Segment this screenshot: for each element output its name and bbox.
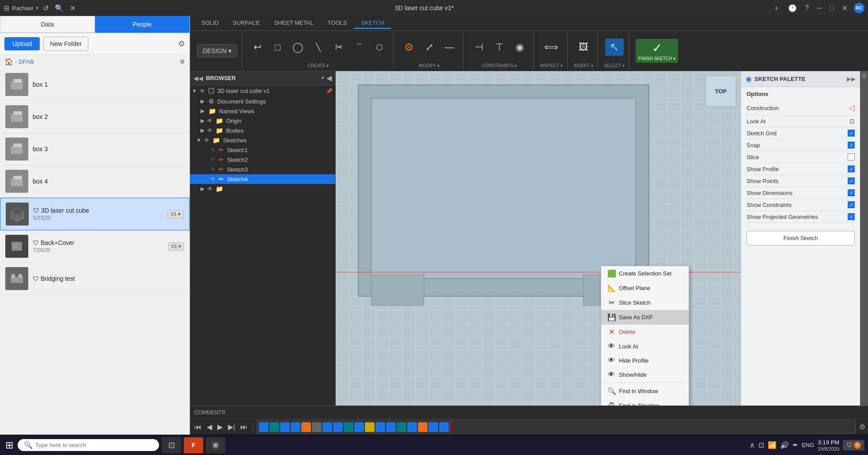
tree-item-sketches[interactable]: ▼ 👁 📁 Sketches bbox=[190, 135, 335, 145]
tl-node[interactable] bbox=[312, 422, 322, 432]
window-close[interactable]: ✕ bbox=[840, 3, 849, 13]
timeline-prev-btn[interactable]: ◀ bbox=[205, 422, 214, 432]
tray-pen-icon[interactable]: ✒ bbox=[792, 441, 798, 449]
tl-node[interactable] bbox=[322, 422, 332, 432]
tray-speaker-icon[interactable]: 🔊 bbox=[780, 441, 789, 449]
checkbox-show-projected[interactable]: ✓ bbox=[848, 213, 855, 220]
timeline-next-btn[interactable]: ▶| bbox=[226, 422, 237, 432]
create-arc-btn[interactable]: ↩ bbox=[248, 40, 267, 55]
constraint-btn3[interactable]: ◉ bbox=[511, 40, 529, 55]
checkbox-snap[interactable]: ✓ bbox=[848, 141, 855, 149]
browser-bullet-icon[interactable]: • bbox=[321, 74, 324, 82]
tree-item-root[interactable]: ▼ 👁 ☐ 3D laser cut cube v1 📌 bbox=[190, 85, 335, 96]
window-minimize[interactable]: ─ bbox=[815, 3, 823, 13]
tl-node[interactable] bbox=[439, 422, 449, 432]
root-pin-icon[interactable]: 📌 bbox=[326, 88, 333, 94]
create-poly-btn[interactable]: ⬡ bbox=[370, 41, 389, 54]
inspect-label[interactable]: INSPECT ▾ bbox=[540, 63, 563, 69]
tl-node[interactable] bbox=[280, 422, 290, 432]
tree-item-extra[interactable]: ▶ 👁 📁 bbox=[190, 184, 335, 194]
tl-node[interactable] bbox=[301, 422, 311, 432]
window-add-icon[interactable]: ＋ bbox=[771, 3, 782, 14]
tree-item-origin[interactable]: ▶ 👁 📁 Origin bbox=[190, 116, 335, 126]
insert-label[interactable]: INSERT ▾ bbox=[574, 63, 593, 69]
eye-icon[interactable]: 👁 bbox=[210, 176, 216, 182]
tl-node[interactable] bbox=[428, 422, 438, 432]
taskbar-app-fusion[interactable] bbox=[206, 437, 225, 453]
list-item[interactable]: 🛡 3D laser cut cube 5/23/20 V1 ▾ bbox=[0, 198, 190, 230]
tab-surface[interactable]: SURFACE bbox=[226, 18, 267, 29]
left-settings-icon[interactable]: ⚙ bbox=[178, 39, 185, 49]
window-maximize[interactable]: □ bbox=[828, 3, 836, 13]
look-at-icon[interactable]: ⊡ bbox=[849, 118, 855, 125]
tray-network-icon[interactable]: 📶 bbox=[768, 441, 777, 449]
tl-node[interactable] bbox=[354, 422, 364, 432]
tab-sheet-metal[interactable]: SHEET METAL bbox=[267, 18, 320, 29]
ctx-save-as-dxf[interactable]: 💾 Save As DXF bbox=[601, 310, 689, 325]
finish-sketch-palette-btn[interactable]: Finish Sketch bbox=[747, 231, 855, 245]
user-dropdown-icon[interactable]: ▾ bbox=[36, 5, 38, 11]
notification-button[interactable]: 🗨 6 bbox=[843, 440, 864, 451]
taskbar-search-input[interactable] bbox=[35, 442, 124, 448]
create-circle-btn[interactable]: ◯ bbox=[289, 40, 307, 55]
constraint-btn2[interactable]: ⊤ bbox=[490, 40, 509, 55]
tl-node[interactable] bbox=[259, 422, 269, 432]
select-label[interactable]: SELECT ▾ bbox=[604, 63, 625, 69]
view-cube[interactable]: TOP bbox=[705, 76, 736, 107]
eye-off-icon[interactable]: 👁 bbox=[210, 147, 216, 153]
ctx-show-hide[interactable]: 👁 Show/Hide bbox=[601, 367, 689, 382]
tl-node[interactable] bbox=[397, 422, 406, 432]
tab-tools[interactable]: TOOLS bbox=[321, 18, 354, 29]
tray-lang[interactable]: ENG bbox=[802, 442, 814, 448]
browser-expand-icon[interactable]: ◀ bbox=[326, 74, 332, 82]
modify-btn1[interactable]: ⚙ bbox=[400, 39, 418, 55]
tree-item-bodies[interactable]: ▶ 👁 📁 Bodies bbox=[190, 126, 335, 135]
taskbar-search[interactable]: 🔍 bbox=[18, 439, 159, 451]
tl-node[interactable] bbox=[344, 422, 353, 432]
eye-icon[interactable]: 👁 bbox=[200, 88, 205, 94]
window-help-icon[interactable]: ? bbox=[803, 3, 811, 13]
tab-people[interactable]: People bbox=[95, 16, 190, 33]
breadcrumb-folder[interactable]: DFAB bbox=[19, 58, 34, 65]
timeline-play-btn[interactable]: ▶ bbox=[216, 422, 224, 432]
timeline-start-btn[interactable]: ⏮ bbox=[193, 422, 203, 432]
tree-item-sketch1[interactable]: 👁 ✏ Sketch1 bbox=[190, 145, 335, 155]
tab-sketch[interactable]: SKETCH bbox=[354, 18, 391, 29]
ctx-find-in-window[interactable]: 🔍 Find in Window bbox=[601, 384, 689, 398]
finish-sketch-ribbon-btn[interactable]: ✓ FINISH SKETCH ▾ bbox=[636, 39, 678, 63]
ctx-hide-profile[interactable]: 👁 Hide Profile bbox=[601, 353, 689, 367]
tab-solid[interactable]: SOLID bbox=[194, 18, 226, 29]
browser-collapse-left[interactable]: ◀◀ bbox=[193, 75, 203, 82]
close-icon[interactable]: ✕ bbox=[68, 3, 77, 13]
tl-node[interactable] bbox=[375, 422, 385, 432]
tree-item-sketch4[interactable]: 👁 ✏ Sketch4 bbox=[190, 174, 335, 184]
eye-icon[interactable]: 👁 bbox=[207, 127, 212, 134]
tl-node[interactable] bbox=[365, 422, 375, 432]
checkbox-slice[interactable] bbox=[848, 153, 855, 161]
list-item[interactable]: 🛡 Back+Cover 7/20/20 V1 ▾ bbox=[0, 230, 190, 263]
tree-item-sketch3[interactable]: 👁 ✏ Sketch3 bbox=[190, 164, 335, 174]
username[interactable]: Rachael bbox=[12, 5, 33, 11]
window-history-icon[interactable]: 🕐 bbox=[786, 3, 799, 13]
checkbox-show-profile[interactable]: ✓ bbox=[848, 165, 855, 172]
tree-arrow-icon[interactable]: ▶ bbox=[201, 186, 205, 192]
breadcrumb-settings-icon[interactable]: ⚙ bbox=[180, 58, 185, 65]
tl-node[interactable] bbox=[386, 422, 396, 432]
create-line-btn[interactable]: ╲ bbox=[309, 41, 328, 54]
construction-triangle-icon[interactable]: ◁ bbox=[849, 103, 855, 113]
checkbox-show-dimensions[interactable]: ✓ bbox=[848, 189, 855, 196]
timeline-settings-icon[interactable]: ⚙ bbox=[859, 423, 865, 431]
eye-off-icon[interactable]: 👁 bbox=[210, 166, 216, 172]
eye-off-icon[interactable]: 👁 bbox=[210, 157, 216, 163]
tab-data[interactable]: Data bbox=[0, 16, 95, 33]
tl-node[interactable] bbox=[269, 422, 279, 432]
modify-btn2[interactable]: ⤢ bbox=[420, 40, 439, 55]
tree-arrow-icon[interactable]: ▶ bbox=[201, 118, 205, 124]
list-item[interactable]: 🛡 Bridging test bbox=[0, 263, 190, 295]
design-button[interactable]: DESIGN ▾ bbox=[197, 44, 237, 57]
refresh-icon[interactable]: ↺ bbox=[41, 3, 50, 13]
taskbar-app-f[interactable]: F bbox=[184, 437, 203, 453]
breadcrumb-home-icon[interactable]: 🏠 bbox=[4, 57, 13, 66]
constraint-btn1[interactable]: ⊣ bbox=[470, 40, 489, 55]
ctx-delete[interactable]: ✕ Delete bbox=[601, 325, 689, 339]
